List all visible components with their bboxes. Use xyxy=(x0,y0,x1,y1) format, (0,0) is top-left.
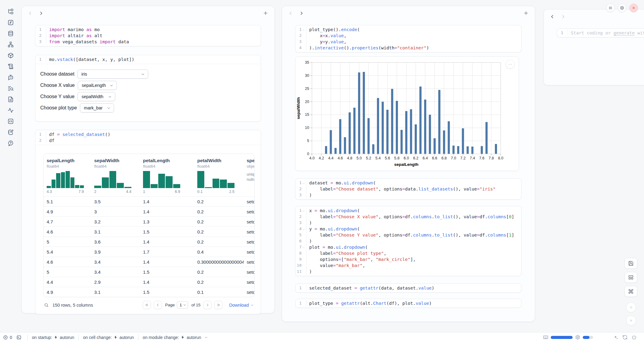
choose-y-value-dropdown[interactable]: sepalWidth xyxy=(77,92,115,101)
menu-button[interactable] xyxy=(606,4,615,12)
chevron-left-icon[interactable] xyxy=(288,11,293,16)
chevron-right-icon[interactable] xyxy=(560,14,566,19)
shutdown-icon[interactable] xyxy=(631,335,637,340)
zap-icon xyxy=(54,335,58,339)
sidebar-notebook-pen-icon[interactable] xyxy=(8,129,14,135)
config-label: on startup: xyxy=(32,335,52,340)
prev-page-button[interactable] xyxy=(154,301,162,309)
range-max: 7.9 xyxy=(79,190,84,194)
column-header[interactable]: petalWidthfloat640.12.5 xyxy=(194,158,244,194)
code-content: ) xyxy=(306,238,312,244)
runtime-config-1[interactable]: on cell change:autorun xyxy=(83,335,134,340)
fold-chevron-icon[interactable] xyxy=(302,28,306,31)
command-palette-button[interactable] xyxy=(624,286,637,297)
next-page-button[interactable] xyxy=(203,301,212,309)
line-number: 10 xyxy=(297,262,302,269)
column-header[interactable]: petalLengthfloat6416.9 xyxy=(140,158,194,194)
chart-menu-button[interactable] xyxy=(506,60,515,69)
column-dtype: object xyxy=(247,164,254,169)
column-header[interactable]: sepalWidthfloat6424.4 xyxy=(91,158,140,194)
add-cell-button[interactable] xyxy=(263,10,268,16)
error-indicator[interactable]: 0 xyxy=(3,335,12,340)
table-cell: setosa xyxy=(244,229,254,234)
sidebar-activity-icon[interactable] xyxy=(8,107,14,113)
column-header[interactable]: sepalLengthfloat644.37.9 xyxy=(44,158,91,194)
add-cell-button[interactable] xyxy=(523,10,529,16)
sidebar-help-circle-icon[interactable] xyxy=(8,140,14,146)
keyboard-icon[interactable] xyxy=(543,335,548,340)
generate-link[interactable]: generate xyxy=(614,30,635,35)
code-line: 1mo.vstack([dataset, x, y, plot]) xyxy=(35,56,261,62)
layout-button[interactable] xyxy=(624,272,637,283)
table-cell: 0.2 xyxy=(194,280,244,285)
control-row: Choose plot typemark_bar xyxy=(40,103,255,112)
close-button[interactable] xyxy=(629,4,638,12)
code-editor[interactable]: 1dataset = mo.ui.dropdown(2 label="Choos… xyxy=(295,179,521,199)
column-name: sepalWidth xyxy=(94,158,140,163)
table-cell: setosa xyxy=(244,269,254,275)
runtime-config-0[interactable]: on startup:autorun xyxy=(32,335,74,340)
search-icon[interactable] xyxy=(44,303,49,308)
code-editor[interactable]: 1mo.vstack([dataset, x, y, plot]) xyxy=(35,55,261,64)
sidebar-code-square-icon[interactable] xyxy=(8,118,14,124)
code-editor[interactable]: 1df = selected_dataset()2df xyxy=(35,130,261,145)
sidebar-log-search-icon[interactable] xyxy=(8,85,14,91)
fold-chevron-icon[interactable] xyxy=(302,227,306,231)
line-number: 1 xyxy=(299,180,302,186)
code-editor[interactable]: 1plot_type().encode(2 x=x.value,3 y=y.va… xyxy=(295,25,521,52)
chevron-left-icon[interactable] xyxy=(550,14,555,19)
choose-x-value-dropdown[interactable]: sepalLength xyxy=(78,81,117,90)
first-page-button[interactable] xyxy=(143,301,151,309)
fold-chevron-icon[interactable] xyxy=(302,181,306,185)
gear-icon[interactable] xyxy=(575,335,580,340)
config-value: autorun xyxy=(120,335,134,340)
stop-button[interactable] xyxy=(626,302,636,312)
page-select[interactable]: 1 xyxy=(177,301,188,309)
sidebar-package-icon[interactable] xyxy=(8,52,14,59)
sidebar-network-icon[interactable] xyxy=(8,41,14,48)
sidebar-file-text-icon[interactable] xyxy=(8,96,14,102)
line-number: 4 xyxy=(299,226,302,232)
ai-sparkles-icon[interactable] xyxy=(613,335,618,340)
line-gutter: 3 xyxy=(295,220,306,226)
chevron-right-icon[interactable] xyxy=(38,11,44,16)
range-min: 2 xyxy=(94,190,96,194)
runtime-config-2[interactable]: on module change:autorun xyxy=(143,335,208,340)
sidebar-scroll-text-icon[interactable] xyxy=(8,63,14,69)
sidebar-bot-icon[interactable] xyxy=(8,74,14,80)
settings-button[interactable] xyxy=(618,4,626,12)
fold-chevron-icon[interactable] xyxy=(302,209,306,212)
control-label: Choose plot type xyxy=(40,105,77,111)
choose-plot-type-dropdown[interactable]: mark_bar xyxy=(80,103,114,112)
code-editor[interactable]: 1x = mo.ui.dropdown(2 label="Choose X va… xyxy=(295,206,521,276)
column-stats: unique:nulls: xyxy=(247,172,254,182)
table-cell: 4.9 xyxy=(44,290,91,295)
choose-dataset-dropdown[interactable]: iris xyxy=(77,69,148,79)
sidebar-file-tree-icon[interactable] xyxy=(8,9,14,15)
table-cell: 1.5 xyxy=(140,269,194,275)
fold-chevron-icon[interactable] xyxy=(302,245,306,249)
terminal-button[interactable] xyxy=(16,335,21,340)
line-number: 7 xyxy=(299,244,302,250)
chevron-right-icon[interactable] xyxy=(299,11,304,16)
chevron-left-icon[interactable] xyxy=(28,11,33,16)
sidebar-function-square-icon[interactable] xyxy=(8,20,14,26)
code-content: ) xyxy=(306,269,312,275)
last-page-button[interactable] xyxy=(214,301,223,309)
download-button[interactable]: Download xyxy=(229,303,254,308)
restart-icon[interactable] xyxy=(622,335,628,340)
column-header[interactable]: speciesobjectunique:nulls: xyxy=(244,158,254,194)
save-button[interactable] xyxy=(624,258,637,269)
fold-slot xyxy=(42,34,46,37)
code-editor[interactable]: 1 Start coding or generate with xyxy=(557,29,644,37)
run-button[interactable] xyxy=(626,315,636,326)
table-row: 5.43.91.70.4setosa xyxy=(44,247,254,257)
code-editor[interactable]: 1selected_dataset = getattr(data, datase… xyxy=(295,284,521,292)
histogram-bar xyxy=(197,171,204,188)
line-number: 8 xyxy=(299,250,302,256)
code-editor[interactable]: 1plot_type = getattr(alt.Chart(df), plot… xyxy=(295,299,521,308)
code-editor[interactable]: 1import marimo as mo2import altair as al… xyxy=(35,25,261,46)
svg-text:sepalWidth: sepalWidth xyxy=(296,97,301,119)
sidebar-database-icon[interactable] xyxy=(8,30,14,37)
bar-chart[interactable]: 4.04.24.44.64.85.05.25.45.65.86.06.26.46… xyxy=(295,57,519,171)
